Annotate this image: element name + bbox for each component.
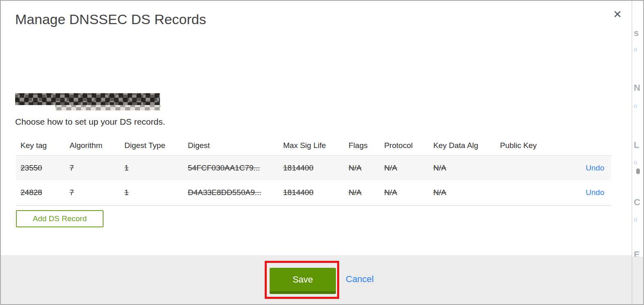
cell-key-data-alg: N/A [433, 164, 446, 172]
cell-algorithm: 7 [70, 188, 74, 197]
background-text-fragment: C [634, 197, 640, 208]
undo-link[interactable]: Undo [586, 188, 604, 197]
background-scrollbar-thumb [636, 168, 640, 174]
cell-digest: D4A33E8DD550A9... [188, 188, 261, 197]
cell-digest: 54FCF030AA1C79... [188, 164, 260, 172]
table-row: 24828 7 1 D4A33E8DD550A9... 1814400 N/A … [16, 180, 611, 205]
col-header-algorithm: Algorithm [65, 136, 120, 155]
background-text-fragment: L [634, 140, 639, 150]
cell-digest-type: 1 [124, 164, 129, 172]
save-button[interactable]: Save [270, 268, 336, 294]
screenshot-root: Manage DNSSEC DS Records ✕ Choose how to… [0, 0, 644, 305]
cell-protocol: N/A [384, 188, 397, 197]
background-link-fragment: o [634, 46, 637, 53]
cell-key-tag: 24828 [20, 188, 42, 197]
ds-records-table: Key tag Algorithm Digest Type Digest Max… [16, 136, 611, 206]
cell-digest-type: 1 [124, 188, 129, 197]
background-footer-strip [632, 257, 643, 304]
col-header-key-tag: Key tag [16, 136, 65, 155]
close-icon[interactable]: ✕ [613, 9, 622, 20]
cell-key-data-alg: N/A [433, 188, 446, 197]
background-text-fragment: s [634, 28, 639, 38]
undo-link[interactable]: Undo [586, 164, 604, 172]
col-header-actions [553, 136, 611, 155]
col-header-key-data-alg: Key Data Alg [429, 136, 495, 155]
col-header-protocol: Protocol [380, 136, 429, 155]
background-text-fragment: N [634, 83, 640, 93]
col-header-max-sig-life: Max Sig Life [279, 136, 344, 155]
col-header-digest: Digest [183, 136, 279, 155]
redacted-domain-name-blur [55, 105, 160, 110]
page-title: Manage DNSSEC DS Records [15, 11, 206, 27]
cell-flags: N/A [349, 188, 362, 197]
cell-protocol: N/A [384, 164, 397, 172]
cancel-link[interactable]: Cancel [346, 274, 374, 285]
background-link-fragment: o [634, 216, 637, 223]
col-header-digest-type: Digest Type [120, 136, 183, 155]
background-link-fragment: o [634, 102, 637, 109]
cell-key-tag: 23550 [20, 164, 42, 172]
col-header-public-key: Public Key [495, 136, 553, 155]
instruction-text: Choose how to set up your DS records. [15, 117, 165, 127]
background-link-fragment: o [634, 159, 637, 166]
redacted-domain-name [15, 93, 160, 105]
col-header-flags: Flags [344, 136, 380, 155]
add-ds-record-button[interactable]: Add DS Record [16, 210, 104, 227]
table-row: 23550 7 1 54FCF030AA1C79... 1814400 N/A … [16, 155, 611, 180]
background-page-strip: s o N o L o C o E o [632, 1, 643, 304]
table-header-row: Key tag Algorithm Digest Type Digest Max… [16, 136, 611, 155]
cell-algorithm: 7 [70, 164, 74, 172]
cell-max-sig-life: 1814400 [283, 164, 313, 172]
cell-flags: N/A [349, 164, 362, 172]
cell-max-sig-life: 1814400 [283, 188, 313, 197]
manage-dnssec-modal: Manage DNSSEC DS Records ✕ Choose how to… [1, 1, 632, 304]
